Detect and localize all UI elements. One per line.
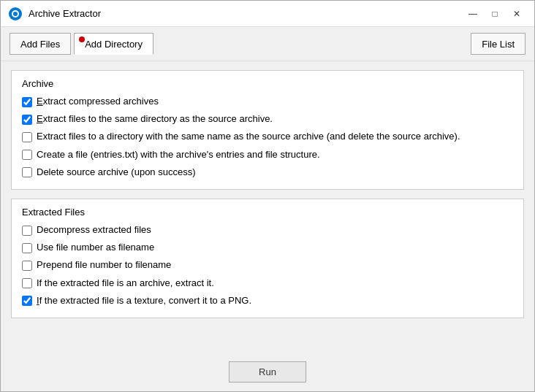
convert-texture-label[interactable]: If the extracted file is a texture, conv…	[37, 294, 251, 307]
extracted-section-title: Extracted Files	[22, 207, 513, 218]
extract-named-dir-checkbox[interactable]	[22, 132, 32, 142]
file-list-button[interactable]: File List	[471, 33, 525, 55]
maximize-button[interactable]: □	[485, 5, 505, 23]
prepend-file-number-checkbox[interactable]	[22, 261, 32, 271]
decompress-checkbox[interactable]	[22, 226, 32, 236]
run-button[interactable]: Run	[229, 361, 306, 383]
extracted-files-section: Extracted Files Decompress extracted fil…	[11, 199, 524, 318]
delete-source-checkbox[interactable]	[22, 167, 32, 177]
extract-compressed-checkbox[interactable]	[22, 97, 32, 107]
checkbox-row-2: Extract files to the same directory as t…	[22, 112, 513, 126]
extract-named-dir-label[interactable]: Extract files to a directory with the sa…	[37, 130, 460, 143]
decompress-label[interactable]: Decompress extracted files	[37, 223, 151, 237]
extract-nested-archive-checkbox[interactable]	[22, 278, 32, 288]
minimize-button[interactable]: —	[463, 5, 483, 23]
main-window: Archive Extractor — □ ✕ Add Files Add Di…	[0, 0, 535, 392]
add-files-button[interactable]: Add Files	[10, 33, 71, 55]
checkbox-row-4: Create a file (entries.txt) with the arc…	[22, 148, 513, 161]
delete-source-label[interactable]: Delete source archive (upon success)	[37, 166, 196, 179]
checkbox-row-6: Decompress extracted files	[22, 223, 513, 237]
red-dot-indicator	[79, 36, 85, 42]
extract-nested-archive-label[interactable]: If the extracted file is an archive, ext…	[37, 277, 214, 290]
extract-same-dir-checkbox[interactable]	[22, 115, 32, 125]
toolbar: Add Files Add Directory File List	[1, 27, 534, 61]
archive-section: Archive Extract compressed archives Extr…	[11, 70, 524, 190]
checkbox-row-1: Extract compressed archives	[22, 95, 513, 108]
content-area: Archive Extract compressed archives Extr…	[1, 61, 534, 353]
checkbox-row-10: If the extracted file is a texture, conv…	[22, 294, 513, 307]
window-controls: — □ ✕	[463, 5, 527, 23]
extract-compressed-label[interactable]: Extract compressed archives	[37, 95, 159, 108]
convert-texture-checkbox[interactable]	[22, 296, 32, 306]
add-directory-button[interactable]: Add Directory	[74, 33, 153, 55]
footer: Run	[1, 353, 534, 391]
close-button[interactable]: ✕	[506, 5, 527, 23]
title-bar: Archive Extractor — □ ✕	[1, 1, 534, 27]
extract-same-dir-label[interactable]: Extract files to the same directory as t…	[37, 112, 273, 126]
use-file-number-checkbox[interactable]	[22, 243, 32, 253]
checkbox-row-3: Extract files to a directory with the sa…	[22, 130, 513, 143]
checkbox-row-9: If the extracted file is an archive, ext…	[22, 277, 513, 290]
app-icon	[8, 7, 23, 21]
toolbar-left-buttons: Add Files Add Directory	[10, 33, 153, 55]
checkbox-row-8: Prepend file number to filename	[22, 258, 513, 272]
use-file-number-label[interactable]: Use file number as filename	[37, 241, 154, 254]
create-entries-file-checkbox[interactable]	[22, 150, 32, 160]
archive-section-title: Archive	[22, 78, 513, 89]
checkbox-row-7: Use file number as filename	[22, 241, 513, 254]
checkbox-row-5: Delete source archive (upon success)	[22, 166, 513, 179]
svg-point-2	[13, 12, 18, 16]
create-entries-file-label[interactable]: Create a file (entries.txt) with the arc…	[37, 148, 320, 161]
window-title: Archive Extractor	[29, 8, 463, 19]
prepend-file-number-label[interactable]: Prepend file number to filename	[37, 258, 171, 272]
